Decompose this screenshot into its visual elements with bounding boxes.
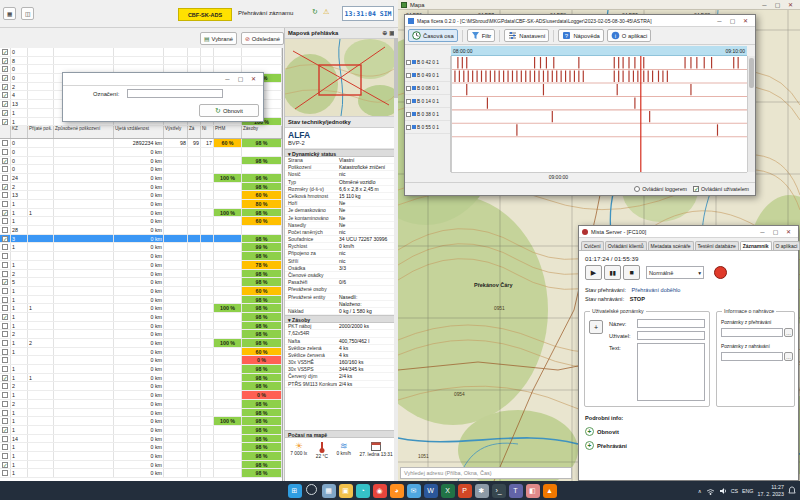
- row-checkbox[interactable]: [406, 60, 411, 65]
- map-view-button[interactable]: ◫: [21, 7, 34, 20]
- dialog-titlebar[interactable]: ─ ▢ ✕: [63, 73, 263, 86]
- table-row[interactable]: ✓10 km98 %: [0, 313, 282, 322]
- language-indicator-2[interactable]: ENG: [742, 488, 753, 494]
- stop-button[interactable]: ■: [623, 265, 640, 280]
- column-header[interactable]: Způsobené poškození: [54, 126, 114, 138]
- details-expander-refresh[interactable]: + Obnovit: [585, 427, 619, 436]
- row-checkbox[interactable]: [2, 271, 8, 277]
- timeline-button[interactable]: Časová osa: [408, 29, 458, 42]
- warning-icon[interactable]: ⚠: [323, 8, 329, 16]
- powerpoint[interactable]: P: [458, 484, 472, 498]
- table-row[interactable]: ✓10 km98 %: [0, 461, 282, 470]
- row-checkbox[interactable]: [2, 323, 8, 329]
- row-checkbox[interactable]: ✓: [2, 58, 8, 64]
- map-layers-button[interactable]: ▦: [3, 7, 16, 20]
- language-indicator[interactable]: CS: [731, 488, 738, 494]
- firefox-browser[interactable]: ◕: [390, 484, 404, 498]
- tray-caret-icon[interactable]: ∧: [698, 488, 702, 494]
- table-row[interactable]: ✓8: [0, 57, 282, 66]
- chrome-browser[interactable]: ◉: [373, 484, 387, 498]
- table-row[interactable]: 00 km: [0, 148, 282, 157]
- row-checkbox[interactable]: [2, 175, 8, 181]
- filter-tracked-button[interactable]: ⊘ Odsledané: [241, 32, 284, 45]
- row-checkbox[interactable]: ✓: [2, 314, 8, 320]
- row-checkbox[interactable]: [2, 305, 8, 311]
- row-checkbox[interactable]: ✓: [2, 119, 8, 125]
- excel[interactable]: X: [441, 484, 455, 498]
- filter-selected-button[interactable]: ▤ Vybrané: [200, 32, 237, 45]
- table-row[interactable]: 10 km60 %: [0, 217, 282, 226]
- row-checkbox[interactable]: [2, 201, 8, 207]
- table-row[interactable]: 10 km98 %: [0, 296, 282, 305]
- row-checkbox[interactable]: [2, 366, 8, 372]
- table-row[interactable]: ✓110 km98 %: [0, 374, 282, 383]
- table-row[interactable]: 10 km98 %: [0, 322, 282, 331]
- tab-cvičení[interactable]: Cvičení: [581, 241, 604, 250]
- table-row[interactable]: 10 km60 %: [0, 348, 282, 357]
- tab-ovládání-klientů[interactable]: Ovládání klientů: [605, 241, 647, 250]
- table-row[interactable]: ✓20 km98 %: [0, 183, 282, 192]
- dynamic-status-header[interactable]: ▾ Dynamický status: [285, 149, 398, 157]
- timeline-row-label[interactable]: B 0 38 0 1: [405, 108, 450, 121]
- row-checkbox[interactable]: [406, 112, 411, 117]
- row-checkbox[interactable]: ✓: [2, 184, 8, 190]
- timeline-scrollbar[interactable]: [747, 56, 755, 172]
- row-checkbox[interactable]: ✓: [2, 49, 8, 55]
- row-checkbox[interactable]: [2, 436, 8, 442]
- mista-titlebar[interactable]: Mista Server - [FC100] ─ ▢ ✕: [579, 226, 798, 238]
- table-row[interactable]: 00 km: [0, 165, 282, 174]
- table-row[interactable]: 20 km98 %: [0, 382, 282, 391]
- row-checkbox[interactable]: [406, 86, 411, 91]
- supplies-header[interactable]: ▾ Zásoby: [285, 315, 398, 323]
- column-header[interactable]: Zásoby: [242, 126, 282, 138]
- refresh-icon[interactable]: ↻: [312, 8, 318, 16]
- row-checkbox[interactable]: [2, 383, 8, 389]
- row-checkbox[interactable]: [2, 331, 8, 337]
- tab-metadata-scénáře[interactable]: Metadata scénáře: [648, 241, 694, 250]
- row-checkbox[interactable]: ✓: [2, 66, 8, 72]
- note-text-input[interactable]: [637, 343, 705, 401]
- map-search-box[interactable]: Vyhledej adresu (Přilba, Okna, Čas): [400, 467, 572, 479]
- note-user-input[interactable]: [637, 331, 705, 340]
- timeline-titlebar[interactable]: Mapa ficera 0.2.0 - [C:\MSbroud\MKGPdata…: [405, 15, 755, 27]
- terminal[interactable]: ›_: [492, 484, 506, 498]
- timeline-close-icon[interactable]: ✕: [739, 16, 752, 26]
- row-checkbox[interactable]: [2, 357, 8, 363]
- row-checkbox[interactable]: ✓: [2, 75, 8, 81]
- playback-notes-field[interactable]: [721, 328, 783, 337]
- exercise-badge[interactable]: CBF-SK-ADS: [178, 8, 232, 21]
- row-checkbox[interactable]: [2, 166, 8, 172]
- mista-maximize-icon[interactable]: ▢: [769, 227, 782, 237]
- settings[interactable]: ✱: [475, 484, 489, 498]
- row-checkbox[interactable]: [2, 227, 8, 233]
- tab-testění-databáze[interactable]: Testění databáze: [695, 241, 739, 250]
- table-row[interactable]: 140 km98 %: [0, 435, 282, 444]
- dialog-maximize-icon[interactable]: ▢: [234, 74, 247, 84]
- search[interactable]: [306, 484, 317, 495]
- file-explorer[interactable]: ▣: [339, 484, 353, 498]
- maximize-icon[interactable]: ▢: [771, 0, 784, 10]
- mista-close-icon[interactable]: ✕: [782, 227, 795, 237]
- column-header[interactable]: Zá: [188, 126, 201, 138]
- table-row[interactable]: 20 km98 %: [0, 400, 282, 409]
- timeline-row-label[interactable]: B 0 08 0 1: [405, 82, 450, 95]
- task-view[interactable]: ▦: [322, 484, 336, 498]
- table-row[interactable]: ✓00 km98 %: [0, 157, 282, 166]
- table-row[interactable]: 240 km100 %96 %: [0, 174, 282, 183]
- timeline-maximize-icon[interactable]: ▢: [726, 16, 739, 26]
- row-checkbox[interactable]: ✓: [2, 84, 8, 90]
- tab-záznamník[interactable]: Záznamník: [740, 241, 772, 250]
- row-checkbox[interactable]: [2, 297, 8, 303]
- zoom-in-icon[interactable]: ⊕: [382, 28, 387, 39]
- logger-control-radio[interactable]: Ovládání loggerem: [634, 186, 687, 192]
- record-notes-field[interactable]: [721, 352, 783, 361]
- teams[interactable]: T: [509, 484, 523, 498]
- table-row[interactable]: 10 km60 %: [0, 287, 282, 296]
- row-checkbox[interactable]: [2, 140, 8, 146]
- timeline-row-label[interactable]: B 0 42 0 1: [405, 56, 450, 69]
- speaker-icon[interactable]: [719, 487, 727, 495]
- help-button[interactable]: ?Nápověda: [558, 29, 603, 42]
- table-row[interactable]: 10 km98 %: [0, 443, 282, 452]
- row-checkbox[interactable]: [2, 401, 8, 407]
- row-checkbox[interactable]: [2, 244, 8, 250]
